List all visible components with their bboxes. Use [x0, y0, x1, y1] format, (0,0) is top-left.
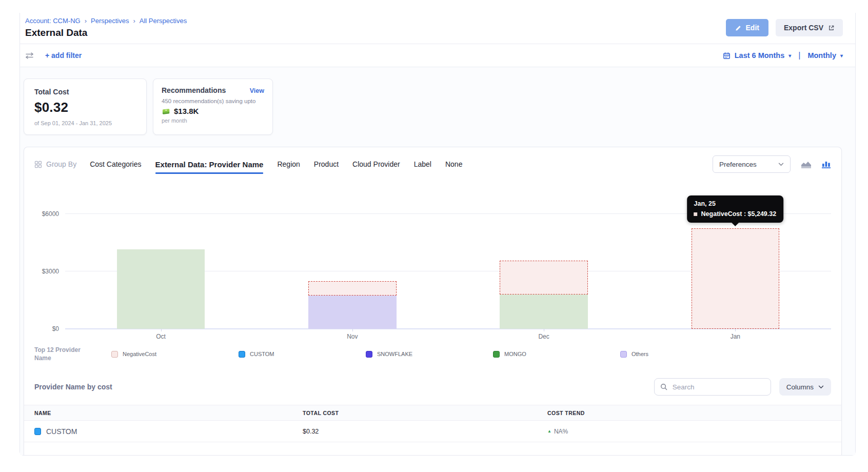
filter-settings-icon[interactable]: [25, 52, 34, 60]
cost-chart[interactable]: Jan, 25 NegativeCost : $5,249.32 $0$3000…: [34, 177, 831, 342]
tab-cloud-provider[interactable]: Cloud Provider: [352, 160, 400, 168]
search-box[interactable]: [654, 378, 771, 396]
chevron-down-icon: [778, 163, 784, 166]
trend-value: NA%: [554, 428, 568, 435]
breadcrumb-item-perspectives[interactable]: Perspectives: [91, 17, 129, 25]
content-area: Total Cost $0.32 of Sep 01, 2024 - Jan 3…: [20, 67, 855, 455]
divider: |: [798, 51, 800, 60]
bar-segment-mongo[interactable]: [117, 249, 205, 329]
chevron-down-icon: [818, 385, 824, 389]
search-input[interactable]: [672, 383, 765, 391]
bar-nov[interactable]: [308, 177, 397, 329]
search-icon: [660, 383, 667, 390]
total-cost-value: $0.32: [34, 100, 136, 115]
tab-product[interactable]: Product: [314, 160, 339, 168]
header-actions: Edit Export CSV: [726, 19, 843, 36]
breadcrumb[interactable]: Account: CCM-NG›Perspectives›All Perspec…: [25, 17, 187, 25]
total-cost-cell: $0.32: [303, 428, 547, 435]
legend-label: CUSTOM: [250, 351, 274, 357]
chart-controls: Preferences: [713, 155, 831, 173]
app-container: Account: CCM-NG›Perspectives›All Perspec…: [19, 13, 856, 456]
add-filter-button[interactable]: + add filter: [45, 51, 82, 60]
columns-button[interactable]: Columns: [779, 378, 831, 396]
tooltip-series-name: NegativeCost: [701, 210, 742, 218]
savings-amount: $13.8K: [174, 107, 199, 115]
legend-color-chip: [620, 351, 627, 358]
granularity-dropdown[interactable]: Monthly ▾: [807, 51, 843, 60]
tab-cost-categories[interactable]: Cost Categories: [90, 160, 141, 168]
legend-item-mongo[interactable]: MONGO: [493, 351, 620, 358]
table-title-row: Provider Name by cost Columns: [24, 370, 841, 405]
column-header-cost-trend[interactable]: COST TREND: [547, 410, 831, 416]
column-header-name[interactable]: NAME: [34, 410, 303, 416]
edit-button[interactable]: Edit: [726, 19, 768, 36]
breadcrumb-item-all-perspectives[interactable]: All Perspectives: [140, 17, 187, 25]
legend-item-snowflake[interactable]: SNOWFLAKE: [366, 351, 493, 358]
tab-none[interactable]: None: [445, 160, 462, 168]
perspective-panel: Group By Cost CategoriesExternal Data: P…: [24, 147, 842, 455]
group-by-label: Group By: [46, 160, 76, 168]
bar-dec[interactable]: [500, 177, 588, 329]
provider-name: CUSTOM: [46, 427, 77, 436]
summary-cards: Total Cost $0.32 of Sep 01, 2024 - Jan 3…: [24, 78, 855, 135]
legend-item-custom[interactable]: CUSTOM: [239, 351, 366, 358]
chart-category-nov: Nov: [257, 177, 448, 329]
tooltip-series-bullet: [694, 212, 698, 216]
area-chart-toggle[interactable]: [801, 161, 812, 168]
chart-tooltip: Jan, 25 NegativeCost : $5,249.32: [687, 195, 784, 223]
provider-color-chip: [34, 428, 41, 435]
group-by-tabs: Cost CategoriesExternal Data: Provider N…: [90, 160, 462, 169]
total-cost-period: of Sep 01, 2024 - Jan 31, 2025: [34, 120, 136, 126]
tooltip-separator: :: [742, 210, 747, 218]
table-row-custom[interactable]: CUSTOM$0.32▲NA%: [24, 421, 841, 442]
bar-oct[interactable]: [117, 177, 205, 329]
export-csv-label: Export CSV: [784, 24, 823, 32]
tab-region[interactable]: Region: [277, 160, 300, 168]
legend-label: MONGO: [504, 351, 526, 357]
legend-label: NegativeCost: [123, 351, 156, 357]
recommendations-summary: 450 recommendation(s) saving upto: [162, 98, 264, 104]
bar-segment-snowflake[interactable]: [308, 296, 397, 329]
breadcrumb-item-account-ccm-ng[interactable]: Account: CCM-NG: [25, 17, 81, 25]
page-header: Account: CCM-NG›Perspectives›All Perspec…: [20, 13, 855, 44]
chart-category-dec: Dec: [448, 177, 640, 329]
date-range-dropdown[interactable]: Last 6 Months ▾: [735, 51, 792, 60]
tooltip-title: Jan, 25: [694, 200, 777, 207]
bar-segment-negativecost[interactable]: [308, 281, 397, 295]
legend-item-others[interactable]: Others: [620, 351, 747, 358]
breadcrumb-separator: ›: [85, 17, 87, 25]
preferences-label: Preferences: [719, 161, 757, 168]
view-recommendations-link[interactable]: View: [250, 87, 264, 94]
export-csv-button[interactable]: Export CSV: [776, 19, 843, 36]
tooltip-value: $5,249.32: [748, 210, 777, 218]
tab-label[interactable]: Label: [414, 160, 431, 168]
chart-legend: Top 12 Provider Name NegativeCostCUSTOMS…: [24, 342, 841, 370]
bar-segment-mongo[interactable]: [500, 294, 588, 329]
cost-trend-cell: ▲NA%: [547, 428, 831, 435]
legend-color-chip: [493, 351, 500, 358]
x-axis-tick: [161, 329, 162, 331]
tab-external-data-provider-name[interactable]: External Data: Provider Name: [155, 160, 264, 169]
y-axis-label: $3000: [34, 268, 59, 275]
pencil-icon: [735, 25, 742, 31]
column-header-total-cost[interactable]: TOTAL COST: [303, 410, 547, 416]
header-left: Account: CCM-NG›Perspectives›All Perspec…: [25, 17, 187, 38]
legend-item-negativecost[interactable]: NegativeCost: [111, 351, 239, 358]
table-actions: Columns: [654, 378, 831, 396]
legend-label: Others: [632, 351, 648, 357]
y-axis-label: $6000: [34, 210, 59, 218]
calendar-icon: [723, 52, 731, 60]
total-cost-label: Total Cost: [34, 88, 136, 96]
granularity-label: Monthly: [807, 51, 836, 60]
filter-bar: + add filter Last 6 Months ▾ | Monthly ▾: [20, 44, 855, 67]
bar-segment-negativecost[interactable]: [500, 261, 588, 294]
preferences-dropdown[interactable]: Preferences: [713, 155, 791, 173]
group-by-row: Group By Cost CategoriesExternal Data: P…: [24, 147, 841, 177]
breadcrumb-separator: ›: [133, 17, 135, 25]
x-axis-label: Nov: [257, 333, 448, 340]
table-row-partial: [24, 442, 841, 455]
bar-segment-negativecost[interactable]: [692, 228, 780, 329]
x-axis-label: Oct: [65, 333, 257, 340]
recommendations-card: Recommendations View 450 recommendation(…: [153, 78, 273, 135]
bar-chart-toggle[interactable]: [822, 161, 831, 168]
